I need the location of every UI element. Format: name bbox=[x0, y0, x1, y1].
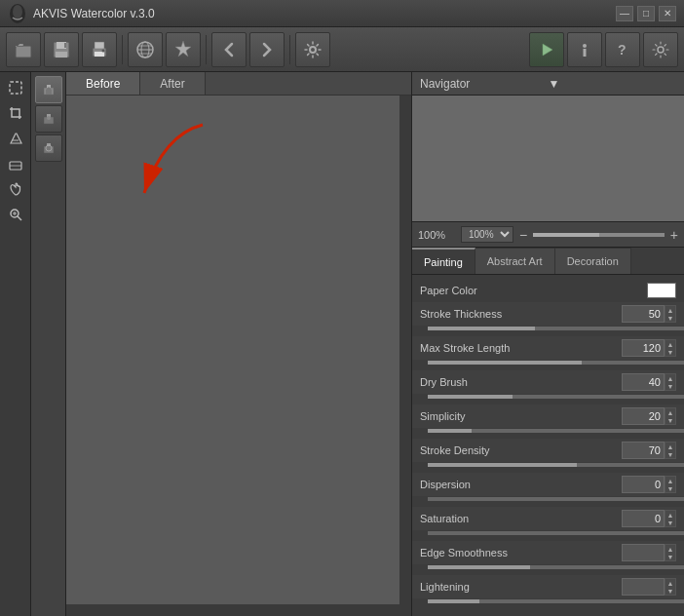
setting-value-6[interactable]: 0 bbox=[622, 476, 665, 493]
canvas-area: Before After bbox=[66, 72, 411, 616]
spin-up-2[interactable]: ▲ bbox=[665, 340, 675, 348]
canvas-tab-before[interactable]: Before bbox=[66, 72, 140, 95]
watercolor-tool-1[interactable] bbox=[35, 76, 62, 103]
spin-down-5[interactable]: ▼ bbox=[665, 450, 675, 458]
prefs-btn[interactable] bbox=[643, 32, 678, 67]
spin-down-6[interactable]: ▼ bbox=[665, 484, 675, 492]
slider-7[interactable] bbox=[428, 531, 684, 535]
spin-up-5[interactable]: ▲ bbox=[665, 443, 675, 450]
globe-btn[interactable] bbox=[128, 32, 163, 67]
maximize-button[interactable]: □ bbox=[637, 6, 655, 21]
spin-down-4[interactable]: ▼ bbox=[665, 416, 675, 424]
setting-value-8[interactable] bbox=[622, 544, 665, 561]
watercolor-tool-3[interactable] bbox=[35, 135, 62, 162]
spin-up-8[interactable]: ▲ bbox=[665, 545, 675, 553]
paint-tool[interactable] bbox=[4, 127, 27, 150]
setting-value-5[interactable]: 70 bbox=[622, 442, 665, 459]
tab-abstract-art[interactable]: Abstract Art bbox=[475, 248, 555, 274]
help-btn[interactable]: ? bbox=[605, 32, 640, 67]
spin-down-8[interactable]: ▼ bbox=[665, 553, 675, 560]
zoom-slider[interactable] bbox=[533, 233, 665, 237]
slider-row-1 bbox=[412, 327, 684, 336]
tab-decoration[interactable]: Decoration bbox=[555, 248, 631, 274]
slider-9[interactable] bbox=[428, 599, 684, 603]
play-btn[interactable] bbox=[529, 32, 564, 67]
setting-spinner-1[interactable]: ▲▼ bbox=[665, 305, 676, 323]
setting-value-2[interactable]: 120 bbox=[622, 339, 665, 357]
navigator-zoom-bar: 100% 100% − + bbox=[412, 222, 684, 248]
main-layout: Before After Navigator ▼ bbox=[0, 72, 684, 616]
canvas-content[interactable] bbox=[66, 96, 411, 616]
spin-down-7[interactable]: ▼ bbox=[665, 519, 675, 526]
navigator-title: Navigator bbox=[420, 77, 549, 91]
watercolor-tool-2[interactable] bbox=[35, 105, 62, 133]
setting-spinner-5[interactable]: ▲▼ bbox=[665, 442, 676, 459]
slider-6[interactable] bbox=[428, 497, 684, 501]
setting-value-9[interactable] bbox=[622, 578, 665, 596]
setting-value-1[interactable]: 50 bbox=[622, 305, 665, 323]
setting-spinner-7[interactable]: ▲▼ bbox=[665, 510, 676, 527]
setting-spinner-4[interactable]: ▲▼ bbox=[665, 407, 676, 425]
zoom-in-btn[interactable]: + bbox=[670, 227, 678, 243]
setting-label-1: Stroke Thickness bbox=[420, 308, 622, 320]
horizontal-scrollbar[interactable] bbox=[66, 604, 411, 616]
spin-down-3[interactable]: ▼ bbox=[665, 382, 675, 390]
print-btn[interactable] bbox=[82, 32, 117, 67]
crop-tool[interactable] bbox=[4, 101, 27, 125]
open-file-btn[interactable] bbox=[6, 32, 41, 67]
zoom-left-tool[interactable] bbox=[4, 203, 27, 226]
tool-group bbox=[31, 72, 66, 616]
close-button[interactable]: ✕ bbox=[659, 6, 676, 21]
slider-8[interactable] bbox=[428, 565, 684, 569]
slider-3[interactable] bbox=[428, 395, 684, 399]
setting-spinner-6[interactable]: ▲▼ bbox=[665, 476, 676, 493]
zoom-out-btn[interactable]: − bbox=[519, 227, 527, 243]
info-btn[interactable] bbox=[567, 32, 602, 67]
setting-spinner-2[interactable]: ▲▼ bbox=[665, 339, 676, 357]
minimize-button[interactable]: — bbox=[616, 6, 633, 21]
spin-up-1[interactable]: ▲ bbox=[665, 306, 675, 314]
svg-marker-17 bbox=[543, 44, 552, 56]
settings-gear-btn[interactable] bbox=[295, 32, 330, 67]
zoom-dropdown[interactable]: 100% bbox=[461, 226, 513, 243]
spin-up-3[interactable]: ▲ bbox=[665, 374, 675, 382]
slider-4[interactable] bbox=[428, 429, 684, 433]
spin-down-2[interactable]: ▼ bbox=[665, 348, 675, 356]
vertical-scrollbar[interactable] bbox=[399, 96, 411, 616]
slider-2[interactable] bbox=[428, 361, 684, 365]
paper-color-swatch[interactable] bbox=[647, 283, 676, 298]
navigator-collapse-btn[interactable]: ▼ bbox=[549, 77, 677, 91]
spin-up-9[interactable]: ▲ bbox=[665, 579, 675, 587]
spin-down-9[interactable]: ▼ bbox=[665, 587, 675, 595]
setting-value-3[interactable]: 40 bbox=[622, 373, 665, 391]
hand-left-tool[interactable] bbox=[4, 177, 27, 201]
svg-point-16 bbox=[310, 47, 316, 53]
setting-spinner-8[interactable]: ▲▼ bbox=[665, 544, 676, 561]
slider-row-6 bbox=[412, 497, 684, 507]
setting-spinner-3[interactable]: ▲▼ bbox=[665, 373, 676, 391]
tab-painting[interactable]: Painting bbox=[412, 248, 475, 274]
setting-spinner-9[interactable]: ▲▼ bbox=[665, 578, 676, 596]
slider-row-5 bbox=[412, 463, 684, 473]
setting-row-9: Lightening▲▼ bbox=[412, 575, 684, 598]
toolbar-right: ? bbox=[529, 32, 678, 67]
stamp-btn[interactable] bbox=[166, 32, 201, 67]
setting-value-4[interactable]: 20 bbox=[622, 407, 665, 425]
spin-up-4[interactable]: ▲ bbox=[665, 408, 675, 416]
setting-value-7[interactable]: 0 bbox=[622, 510, 665, 527]
slider-1[interactable] bbox=[428, 327, 684, 330]
spin-up-7[interactable]: ▲ bbox=[665, 511, 675, 519]
slider-5[interactable] bbox=[428, 463, 684, 467]
eraser-left-tool[interactable] bbox=[4, 152, 27, 175]
save-btn[interactable] bbox=[44, 32, 79, 67]
spin-down-1[interactable]: ▼ bbox=[665, 314, 675, 322]
canvas-tab-after[interactable]: After bbox=[140, 72, 205, 95]
spin-up-6[interactable]: ▲ bbox=[665, 477, 675, 484]
app-icon bbox=[8, 4, 27, 23]
svg-rect-6 bbox=[64, 43, 66, 48]
select-tool[interactable] bbox=[4, 76, 27, 99]
svg-point-32 bbox=[47, 116, 51, 120]
forward-btn[interactable] bbox=[249, 32, 285, 67]
back-btn[interactable] bbox=[211, 32, 247, 67]
setting-row-7: Saturation0▲▼ bbox=[412, 507, 684, 530]
